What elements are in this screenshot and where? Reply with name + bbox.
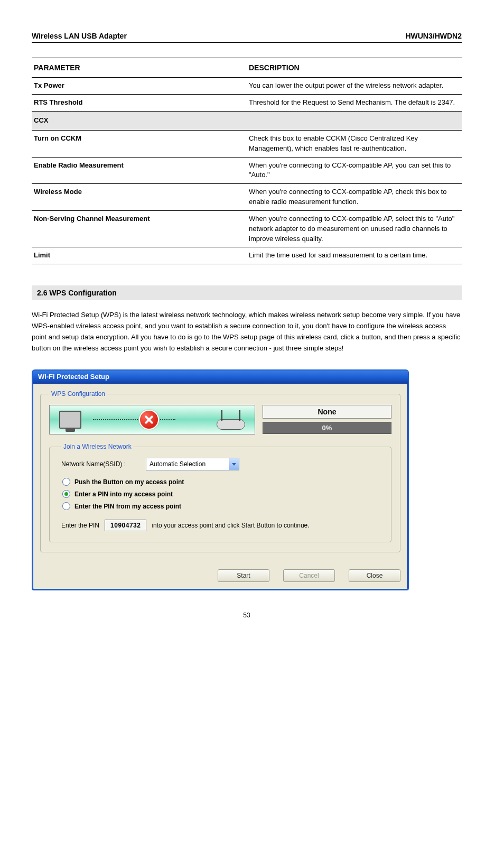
radio-label: Push the Button on my access point: [74, 478, 184, 486]
join-network-legend: Join a Wireless Network: [61, 443, 134, 450]
param-name: RTS Threshold: [32, 95, 247, 112]
parameters-table: PARAMETER DESCRIPTION Tx Power You can l…: [32, 58, 462, 264]
ssid-select-value: Automatic Selection: [146, 460, 229, 468]
wps-progress-bar: 0%: [263, 422, 391, 434]
chevron-down-icon[interactable]: [229, 458, 239, 470]
param-desc: Check this box to enable CCKM (Cisco Cen…: [247, 130, 462, 157]
param-name: Turn on CCKM: [32, 130, 247, 157]
wps-dialog: Wi-Fi Protected Setup WPS Configuration …: [32, 369, 409, 590]
connection-dots: [93, 419, 175, 420]
param-name: Enable Radio Measurement: [32, 157, 247, 184]
param-desc: You can lower the output power of the wi…: [247, 78, 462, 95]
param-desc: When you're connecting to CCX-compatible…: [247, 157, 462, 184]
table-row: Turn on CCKM Check this box to enable CC…: [32, 130, 462, 157]
pin-value: 10904732: [105, 520, 146, 531]
param-desc: Limit the time used for said measurement…: [247, 247, 462, 264]
table-row: Wireless Mode When you're connecting to …: [32, 184, 462, 211]
param-name: Wireless Mode: [32, 184, 247, 211]
radio-icon: [62, 502, 70, 510]
wps-status-graphic: [49, 405, 255, 434]
radio-enter-pin-into[interactable]: Enter a PIN into my access point: [62, 490, 379, 498]
dialog-titlebar: Wi-Fi Protected Setup: [33, 371, 408, 384]
col-description: DESCRIPTION: [247, 58, 462, 78]
dialog-button-row: Start Cancel Close: [33, 560, 408, 589]
param-name: Limit: [32, 247, 247, 264]
wps-status-text: None: [263, 405, 391, 419]
close-button[interactable]: Close: [349, 569, 400, 582]
param-desc: When you're connecting to CCX-compatible…: [247, 210, 462, 247]
router-icon: [217, 419, 245, 430]
radio-icon: [62, 478, 70, 486]
cancel-button: Cancel: [283, 569, 335, 582]
param-desc: Threshold for the Request to Send Mechan…: [247, 95, 462, 112]
product-name-right: HWUN3/HWDN2: [405, 32, 462, 40]
radio-push-button[interactable]: Push the Button on my access point: [62, 478, 379, 486]
pin-instruction: into your access point and click Start B…: [152, 522, 309, 529]
ssid-select[interactable]: Automatic Selection: [146, 458, 239, 470]
col-parameter: PARAMETER: [32, 58, 247, 78]
table-row: Tx Power You can lower the output power …: [32, 78, 462, 95]
param-name: Tx Power: [32, 78, 247, 95]
dialog-title: Wi-Fi Protected Setup: [38, 373, 109, 381]
pc-icon: [59, 411, 81, 429]
radio-label: Enter the PIN from my access point: [74, 503, 181, 510]
ssid-label: Network Name(SSID) :: [61, 460, 141, 468]
section-label: CCX: [32, 111, 462, 130]
param-name: Non-Serving Channel Measurement: [32, 210, 247, 247]
wps-config-fieldset: WPS Configuration None 0%: [40, 390, 400, 552]
table-section-ccx: CCX: [32, 111, 462, 130]
doc-header: Wireless LAN USB Adapter HWUN3/HWDN2: [32, 32, 462, 43]
table-row: Non-Serving Channel Measurement When you…: [32, 210, 462, 247]
section-paragraph: Wi-Fi Protected Setup (WPS) is the lates…: [32, 310, 462, 354]
radio-enter-pin-from[interactable]: Enter the PIN from my access point: [62, 502, 379, 510]
wps-config-legend: WPS Configuration: [49, 390, 107, 397]
param-desc: When you're connecting to CCX-compatible…: [247, 184, 462, 211]
page-number: 53: [32, 612, 462, 619]
product-name-left: Wireless LAN USB Adapter: [32, 32, 127, 40]
section-heading-wps: 2.6 WPS Configuration: [32, 285, 462, 300]
join-network-fieldset: Join a Wireless Network Network Name(SSI…: [49, 443, 391, 542]
radio-icon: [62, 490, 70, 498]
fail-icon: [139, 410, 159, 430]
table-row: Limit Limit the time used for said measu…: [32, 247, 462, 264]
table-row: Enable Radio Measurement When you're con…: [32, 157, 462, 184]
start-button[interactable]: Start: [218, 569, 269, 582]
table-row: RTS Threshold Threshold for the Request …: [32, 95, 462, 112]
radio-label: Enter a PIN into my access point: [74, 491, 173, 498]
pin-label: Enter the PIN: [61, 522, 99, 529]
